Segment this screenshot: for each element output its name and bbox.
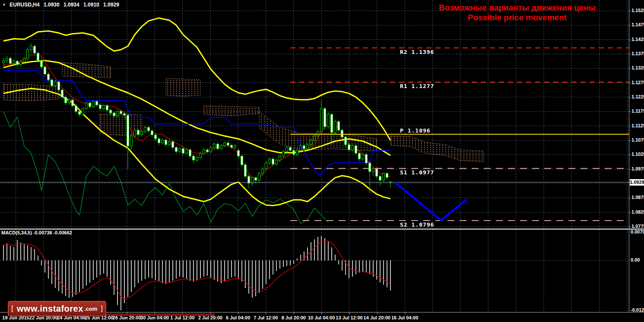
bull-candle [117, 111, 119, 116]
macd-histogram-bar [141, 260, 142, 281]
price-axis-tick [629, 68, 631, 69]
bear-candle [289, 148, 292, 151]
macd-histogram-bar [89, 260, 90, 283]
macd-histogram-bar [231, 260, 232, 278]
bull-candle [258, 174, 260, 180]
price-axis-tick [629, 198, 631, 198]
macd-histogram-bar [314, 239, 315, 260]
macd-histogram-bar [44, 260, 45, 272]
bull-candle [210, 148, 212, 152]
bull-candle [286, 148, 288, 152]
macd-histogram-bar [369, 260, 370, 274]
bear-candle [175, 148, 178, 152]
macd-histogram-bar [376, 260, 377, 279]
macd-histogram-bar [127, 260, 128, 297]
bear-candle [369, 163, 371, 172]
annotation-line-ru: Возможные варианты движения цены [432, 3, 603, 13]
price-axis-label: 1.1375 [631, 51, 644, 56]
bull-candle [296, 150, 298, 154]
bull-candle [141, 132, 143, 135]
price-axis-tick [629, 227, 631, 227]
macd-histogram-bar [131, 260, 132, 292]
price-chart-canvas [0, 0, 629, 229]
macd-histogram-bar [279, 260, 280, 268]
bull-candle [23, 59, 25, 62]
macd-histogram-bar [197, 260, 197, 280]
current-price-badge: 1.0929 [630, 179, 644, 186]
time-axis-label: 6 Jul 04:00 [226, 315, 250, 320]
logo-suffix: .com [84, 306, 97, 312]
macd-histogram-bar [183, 260, 184, 278]
bull-candle [196, 157, 198, 160]
bear-candle [303, 146, 305, 149]
macd-canvas [0, 230, 629, 312]
macd-histogram-bar [224, 260, 225, 281]
bear-candle [358, 153, 361, 159]
bull-candle [130, 136, 133, 146]
macd-histogram-bar [228, 260, 228, 279]
macd-histogram-bar [390, 260, 391, 290]
macd-histogram-bar [162, 260, 163, 283]
bear-candle [99, 105, 102, 109]
macd-histogram-bar [6, 243, 7, 261]
bear-candle [34, 46, 36, 53]
bull-candle [144, 127, 146, 132]
macd-histogram-bar [362, 260, 363, 271]
bull-candle [300, 146, 302, 151]
macd-histogram-bar [100, 260, 101, 275]
symbol-dropdown-icon[interactable]: ▼ [2, 3, 6, 7]
macd-axis-max: 0.00701 [631, 229, 644, 234]
bear-candle [376, 169, 378, 176]
macd-histogram-bar [297, 259, 298, 261]
macd-histogram-bar [79, 260, 80, 292]
bear-candle [58, 82, 60, 90]
macd-histogram-bar [221, 260, 222, 283]
macd-histogram-bar [96, 260, 97, 278]
bear-candle [193, 156, 195, 160]
bear-candle [79, 111, 81, 114]
bear-candle [44, 67, 46, 74]
bear-candle [158, 139, 160, 143]
macd-histogram-bar [65, 260, 66, 296]
macd-histogram-bar [290, 260, 291, 265]
bear-candle [110, 110, 112, 113]
bear-candle [355, 146, 357, 153]
bear-candle [227, 143, 229, 145]
price-axis-label: 1.1025 [631, 152, 644, 157]
main-chart-plot[interactable] [0, 0, 629, 229]
macd-histogram-bar [273, 260, 273, 275]
price-axis-tick [629, 40, 631, 40]
price-axis-label: 1.1525 [631, 8, 644, 13]
bear-candle [293, 150, 295, 154]
bull-candle [327, 114, 330, 127]
macd-histogram-bar [300, 255, 301, 260]
macd-histogram-bar [20, 243, 21, 260]
bear-candle [272, 159, 274, 164]
macd-histogram-bar [193, 260, 194, 281]
price-axis-label: 1.1075 [631, 137, 644, 142]
macd-indicator-pane[interactable] [0, 230, 629, 312]
macd-histogram-bar [24, 244, 25, 261]
bear-candle [41, 60, 43, 67]
bull-candle [203, 150, 205, 153]
macd-histogram-bar [31, 247, 32, 260]
bear-candle [155, 135, 157, 139]
macd-histogram-bar [179, 260, 180, 277]
macd-histogram-bar [238, 260, 239, 278]
bull-candle [82, 109, 84, 114]
annotation-line-en: Possible price movement [432, 13, 603, 22]
macd-histogram-bar [134, 260, 135, 287]
macd-histogram-bar [342, 260, 343, 271]
bull-candle [310, 140, 312, 145]
price-axis-label: 1.0825 [631, 209, 644, 215]
price-axis-tick [629, 54, 631, 54]
bear-candle [255, 178, 257, 180]
time-axis-label: 8 Jul 20:00 [282, 315, 306, 320]
time-axis-label: 14 Jul 20:00 [364, 315, 390, 320]
macd-histogram-bar [117, 260, 118, 305]
macd-histogram-bar [359, 260, 360, 272]
macd-histogram-bar [172, 260, 173, 281]
bear-candle [386, 174, 388, 177]
bull-candle [162, 140, 164, 143]
bear-candle [151, 131, 153, 135]
